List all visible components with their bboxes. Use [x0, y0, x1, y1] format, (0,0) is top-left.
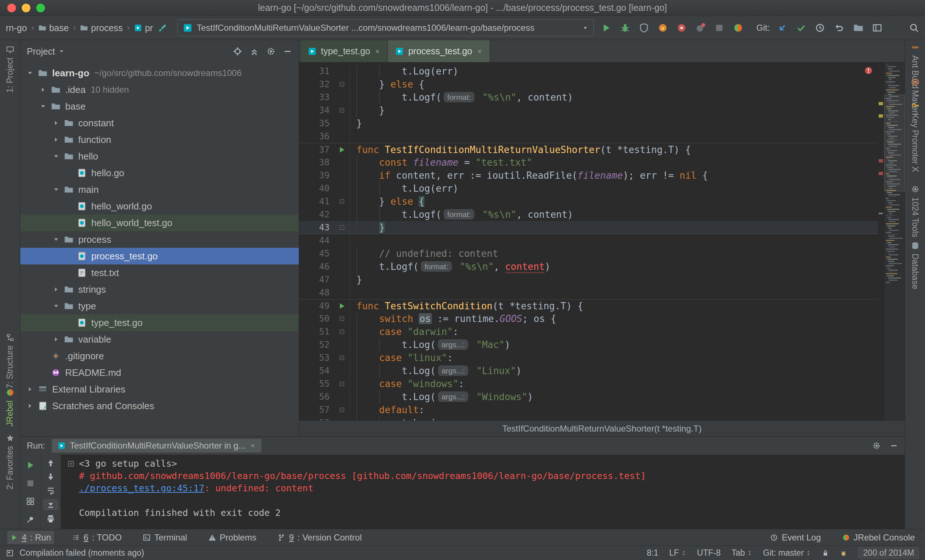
collapse-all-button[interactable]	[250, 47, 259, 56]
caret-position-widget[interactable]: 8:1	[647, 548, 658, 558]
code-line-42[interactable]: 42t.Logf(format: "%s\n", content)	[299, 208, 878, 221]
code-line-39[interactable]: 39if content, err := ioutil.ReadFile(fil…	[299, 169, 878, 182]
code-line-56[interactable]: 56t.Log(args...: "Windows")	[299, 390, 878, 403]
rollback-changes-button[interactable]	[832, 21, 846, 35]
tree-item-type-test-go[interactable]: type_test.go	[20, 314, 299, 331]
toolwindow-switcher-icon[interactable]	[6, 549, 14, 557]
code-line-41[interactable]: 41} else {	[299, 195, 878, 208]
chevron-down-icon[interactable]	[40, 103, 46, 110]
toolwindow-button-version-control[interactable]: 9: Version Control	[274, 531, 365, 544]
close-tab-icon[interactable]	[375, 48, 380, 54]
readonly-lock-icon[interactable]	[822, 549, 829, 557]
tool-button-tools1024[interactable]: 1024 Tools	[905, 185, 925, 237]
run-tab[interactable]: TestIfConditionMultiReturnValueShorter i…	[52, 439, 262, 453]
fold-marker-icon[interactable]	[339, 316, 345, 321]
profiler-cpu-button[interactable]	[655, 21, 670, 35]
tree-item-process[interactable]: process	[20, 231, 299, 248]
run-with-coverage-button[interactable]	[637, 21, 651, 35]
debug-button[interactable]	[618, 21, 632, 35]
code-line-54[interactable]: 54t.Log(args...: "Linux")	[299, 364, 878, 377]
run-console[interactable]: <3 go setup calls># github.com/snowdream…	[61, 455, 905, 529]
up-the-stacktrace-button[interactable]	[44, 458, 57, 468]
chevron-down-icon[interactable]	[53, 186, 59, 193]
toolwindow-button-jrebel-console[interactable]: JRebel Console	[839, 531, 918, 544]
editor[interactable]: 31t.Log(err)32} else {33t.Logf(format: "…	[299, 63, 905, 420]
editor-tab-process-test-go[interactable]: process_test.go	[388, 40, 490, 62]
breadcrumb-pr[interactable]: pr	[134, 23, 153, 33]
code-line-50[interactable]: 50switch os := runtime.GOOS; os {	[299, 312, 878, 325]
commit-changes-button[interactable]	[794, 21, 808, 35]
code-line-31[interactable]: 31t.Log(err)	[299, 65, 878, 78]
code-line-34[interactable]: 34}	[299, 104, 878, 117]
code-line-40[interactable]: 40t.Log(err)	[299, 182, 878, 195]
stop-button[interactable]	[712, 21, 726, 35]
chevron-right-icon[interactable]	[53, 120, 59, 126]
fold-marker-icon[interactable]	[339, 225, 345, 230]
settings-gear-icon[interactable]	[872, 441, 881, 450]
code-line-48[interactable]: 48	[299, 286, 878, 299]
breadcrumb-base[interactable]: base	[38, 23, 69, 33]
toolwindow-button-terminal[interactable]: Terminal	[140, 531, 190, 544]
stop-button[interactable]	[24, 476, 37, 490]
run-configuration-select[interactable]: TestIfConditionMultiReturnValueShorter .…	[178, 20, 594, 36]
error-stripe[interactable]	[878, 63, 884, 420]
editor-tab-type-test-go[interactable]: type_test.go	[301, 40, 388, 62]
encoding-widget[interactable]: UTF-8	[697, 548, 721, 558]
fold-marker-icon[interactable]	[339, 81, 345, 87]
warning-stripe-mark[interactable]	[879, 114, 883, 117]
chevron-right-icon[interactable]	[40, 87, 46, 93]
highlighting-level-icon[interactable]	[840, 549, 847, 557]
code-line-52[interactable]: 52t.Log(args...: "Mac")	[299, 338, 878, 351]
restore-layout-button[interactable]	[24, 494, 37, 508]
brush-icon[interactable]	[158, 23, 167, 33]
rerun-button[interactable]	[24, 458, 37, 472]
tree-item-test-txt[interactable]: test.txt	[20, 264, 299, 281]
zoom-window-button[interactable]	[36, 4, 45, 12]
code-line-32[interactable]: 32} else {	[299, 78, 878, 91]
print-button[interactable]	[44, 514, 57, 524]
minimap[interactable]	[884, 63, 905, 420]
code-line-36[interactable]: 36	[299, 130, 878, 143]
run-button[interactable]	[599, 21, 613, 35]
minimap-viewport[interactable]	[884, 95, 905, 191]
down-the-stacktrace-button[interactable]	[44, 472, 57, 482]
hide-panel-icon[interactable]	[889, 441, 898, 450]
tree-item-process-test-go[interactable]: process_test.go	[20, 248, 299, 264]
tool-button-database[interactable]: Database	[905, 241, 925, 289]
chevron-right-icon[interactable]	[53, 137, 59, 143]
toolwindow-button-event-log[interactable]: Event Log	[767, 531, 824, 544]
chevron-right-icon[interactable]	[27, 386, 33, 392]
breadcrumb-rn-go[interactable]: rn-go	[6, 23, 27, 33]
toggle-panels-button[interactable]	[870, 21, 884, 35]
run-with-jrebel-button[interactable]	[731, 21, 745, 35]
warning-stripe-mark[interactable]	[879, 102, 883, 105]
memory-indicator[interactable]: 200 of 2014M	[858, 547, 919, 559]
use-soft-wraps-button[interactable]	[44, 486, 57, 495]
toolwindow-button-problems[interactable]: Problems	[205, 531, 259, 544]
code-line-47[interactable]: 47}	[299, 273, 878, 286]
fold-marker-icon[interactable]	[339, 329, 345, 335]
tree-item-variable[interactable]: variable	[20, 331, 299, 348]
tree-item-readme-md[interactable]: README.md	[20, 364, 299, 381]
run-test-gutter-icon[interactable]	[338, 146, 346, 154]
code-line-57[interactable]: 57default:	[299, 403, 878, 416]
minimize-window-button[interactable]	[22, 4, 30, 12]
fold-marker-icon[interactable]	[339, 107, 345, 113]
chevron-down-icon[interactable]	[53, 236, 59, 243]
indent-widget[interactable]: Tab	[732, 548, 752, 558]
fold-marker-icon[interactable]	[339, 407, 345, 413]
code-line-38[interactable]: 38const filename = "test.txt"	[299, 156, 878, 169]
hide-panel-button[interactable]	[283, 47, 292, 56]
code-line-46[interactable]: 46t.Logf(format: "%s\n", content)	[299, 260, 878, 273]
update-project-button[interactable]	[775, 21, 789, 35]
chevron-down-icon[interactable]	[27, 70, 33, 77]
close-tab-icon[interactable]	[477, 48, 482, 54]
console-file-link[interactable]: ./process_test.go:45:17	[79, 482, 204, 494]
code-line-53[interactable]: 53case "linux":	[299, 351, 878, 364]
code-line-45[interactable]: 45// undefined: content	[299, 247, 878, 260]
code-line-43[interactable]: 43}	[299, 221, 878, 234]
profiler-alloc-button[interactable]	[674, 21, 689, 35]
error-stripe-mark[interactable]	[879, 159, 883, 162]
fold-marker-icon[interactable]	[339, 381, 345, 387]
tool-button-structure[interactable]: 7: Structure	[0, 333, 20, 389]
